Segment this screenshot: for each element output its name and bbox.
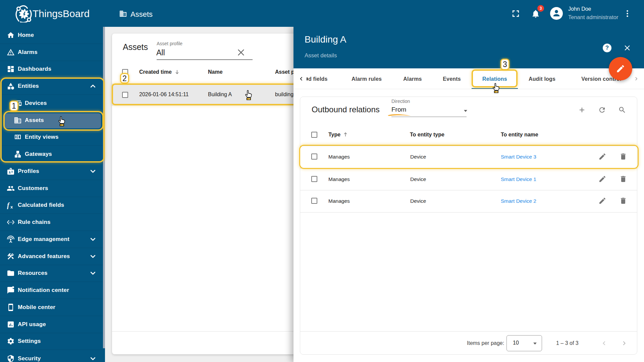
svg-text:f: f [7, 201, 10, 209]
svg-text:x: x [10, 204, 13, 209]
